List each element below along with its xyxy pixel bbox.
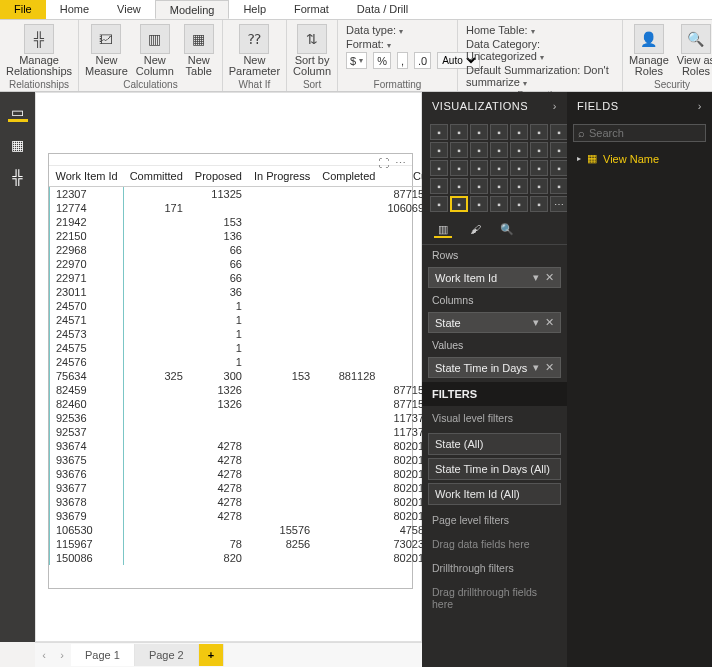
viz-type-button[interactable]: ▪	[450, 160, 468, 176]
table-row[interactable]: 936764278802011	[50, 467, 437, 481]
table-row[interactable]: 92536117370	[50, 411, 437, 425]
chevron-down-icon[interactable]: ▾	[533, 316, 539, 329]
filter-state[interactable]: State (All)	[428, 433, 561, 455]
viz-type-button[interactable]: ▪	[510, 124, 528, 140]
table-row[interactable]: 92537117370	[50, 425, 437, 439]
format-pane-icon[interactable]: 🖌	[466, 222, 484, 238]
table-row[interactable]: 150086820802011	[50, 551, 437, 565]
table-row[interactable]: 936754278802011	[50, 453, 437, 467]
more-options-icon[interactable]: ⋯	[395, 157, 406, 170]
column-header[interactable]: In Progress	[248, 166, 316, 187]
values-field-pill[interactable]: State Time in Days▾✕	[428, 357, 561, 378]
viz-type-button[interactable]: ▪	[530, 178, 548, 194]
viz-type-button[interactable]: ▪	[510, 142, 528, 158]
viz-type-button[interactable]: ▪	[550, 142, 568, 158]
table-row[interactable]: 1230711325877150	[50, 187, 437, 202]
viz-type-button[interactable]: ▪	[470, 124, 488, 140]
viz-type-button[interactable]: ▪	[490, 160, 508, 176]
viz-type-button[interactable]: ▪	[430, 160, 448, 176]
page-filters-dropzone[interactable]: Drag data fields here	[422, 532, 567, 556]
viz-type-button[interactable]: ▪	[430, 196, 448, 212]
viz-type-button[interactable]: ▪	[530, 196, 548, 212]
field-table-view-name[interactable]: ▸ ▦ View Name	[567, 146, 712, 171]
table-row[interactable]: 75634325300153881128	[50, 369, 437, 383]
viz-type-button[interactable]: ▪	[550, 124, 568, 140]
rows-field-pill[interactable]: Work Item Id▾✕	[428, 267, 561, 288]
table-row[interactable]: 824591326877150	[50, 383, 437, 397]
table-row[interactable]: 936774278802011	[50, 481, 437, 495]
data-type-dropdown[interactable]: Data type:	[346, 24, 403, 36]
manage-relationships-button[interactable]: ╬Manage Relationships	[2, 22, 76, 79]
menu-home[interactable]: Home	[46, 0, 103, 19]
column-header[interactable]: Work Item Id	[50, 166, 124, 187]
viz-type-button[interactable]: ▪	[450, 124, 468, 140]
data-category-dropdown[interactable]: Data Category: Uncategorized	[466, 38, 614, 62]
menu-view[interactable]: View	[103, 0, 155, 19]
expand-icon[interactable]: ▸	[577, 154, 581, 163]
table-row[interactable]: 127741711060696	[50, 201, 437, 215]
table-row[interactable]: 824601326877150	[50, 397, 437, 411]
viz-type-button[interactable]: ▪	[510, 160, 528, 176]
table-row[interactable]: 245711	[50, 313, 437, 327]
focus-mode-icon[interactable]: ⛶	[378, 157, 389, 170]
viz-type-button[interactable]: ▪	[490, 196, 508, 212]
default-summarization-dropdown[interactable]: Default Summarization: Don't summarize	[466, 64, 614, 88]
column-header[interactable]: Completed	[316, 166, 381, 187]
report-view-icon[interactable]: ▭	[8, 104, 28, 122]
sort-by-column-button[interactable]: ⇅Sort by Column	[289, 22, 335, 79]
menu-help[interactable]: Help	[229, 0, 280, 19]
viz-type-button[interactable]: ▪	[470, 178, 488, 194]
report-canvas[interactable]: ⛶ ⋯ Work Item IdCommittedProposedIn Prog…	[35, 92, 422, 642]
fields-search[interactable]: ⌕	[573, 124, 706, 142]
table-row[interactable]: 2296866	[50, 243, 437, 257]
remove-field-icon[interactable]: ✕	[545, 271, 554, 284]
table-row[interactable]: 2297066	[50, 257, 437, 271]
viz-type-button[interactable]: ▪	[450, 142, 468, 158]
table-row[interactable]: 936744278802011	[50, 439, 437, 453]
comma-button[interactable]: ,	[397, 52, 408, 69]
data-view-icon[interactable]: ▦	[8, 136, 28, 154]
prev-page-icon[interactable]: ‹	[35, 649, 53, 661]
viz-type-button[interactable]: ▪	[510, 196, 528, 212]
page-tab-2[interactable]: Page 2	[135, 644, 199, 666]
columns-field-pill[interactable]: State▾✕	[428, 312, 561, 333]
menu-format[interactable]: Format	[280, 0, 343, 19]
table-row[interactable]: 936784278802011	[50, 495, 437, 509]
menu-datadrill[interactable]: Data / Drill	[343, 0, 422, 19]
viz-type-button[interactable]: ▪	[530, 124, 548, 140]
format-dropdown[interactable]: Format:	[346, 38, 401, 50]
collapse-panel-icon[interactable]: ›	[698, 100, 702, 112]
table-row[interactable]: 2297166	[50, 271, 437, 285]
decimal-icon[interactable]: .0	[414, 52, 431, 69]
viz-type-button[interactable]: ▪	[430, 178, 448, 194]
table-row[interactable]: 245761	[50, 355, 437, 369]
viz-type-button[interactable]: ▪	[470, 196, 488, 212]
table-row[interactable]: 245751	[50, 341, 437, 355]
fields-pane-icon[interactable]: ▥	[434, 222, 452, 238]
percent-button[interactable]: %	[373, 52, 391, 69]
viz-type-button[interactable]: ▪	[490, 142, 508, 158]
column-header[interactable]: Proposed	[189, 166, 248, 187]
new-measure-button[interactable]: 🗠New Measure	[81, 22, 132, 79]
new-parameter-button[interactable]: ⁇New Parameter	[225, 22, 284, 79]
viz-type-button[interactable]: ▪	[430, 124, 448, 140]
home-table-dropdown[interactable]: Home Table:	[466, 24, 614, 36]
table-row[interactable]: 22150136	[50, 229, 437, 243]
next-page-icon[interactable]: ›	[53, 649, 71, 661]
viz-type-button[interactable]: ▪	[550, 160, 568, 176]
remove-field-icon[interactable]: ✕	[545, 361, 554, 374]
viz-type-button[interactable]: ▪	[470, 160, 488, 176]
viz-type-button[interactable]: ▪	[470, 142, 488, 158]
viz-type-button[interactable]: ▪	[450, 196, 468, 212]
chevron-down-icon[interactable]: ▾	[533, 271, 539, 284]
add-page-button[interactable]: +	[199, 644, 224, 666]
column-header[interactable]: Committed	[124, 166, 189, 187]
table-row[interactable]: 2301136	[50, 285, 437, 299]
remove-field-icon[interactable]: ✕	[545, 316, 554, 329]
view-as-roles-button[interactable]: 🔍View as Roles	[673, 22, 712, 79]
analytics-pane-icon[interactable]: 🔍	[498, 222, 516, 238]
table-row[interactable]: 936794278802011	[50, 509, 437, 523]
matrix-visual[interactable]: ⛶ ⋯ Work Item IdCommittedProposedIn Prog…	[48, 153, 413, 589]
table-row[interactable]: 1065301557647586	[50, 523, 437, 537]
viz-type-button[interactable]: ▪	[490, 124, 508, 140]
